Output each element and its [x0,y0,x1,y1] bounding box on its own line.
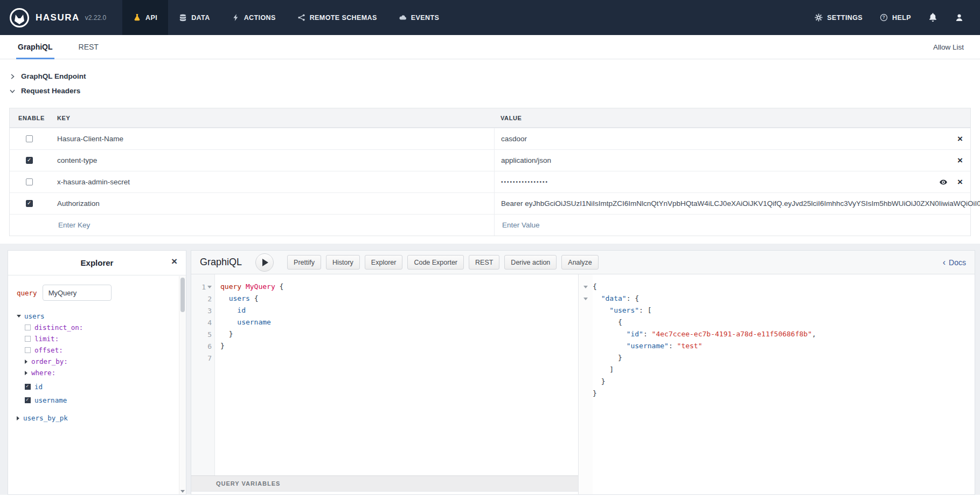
notifications-bell-icon[interactable] [928,13,937,22]
arg-checkbox[interactable] [25,336,31,342]
nav-label: SETTINGS [827,14,863,22]
explorer-header: Explorer × [8,251,186,275]
code-token: { [280,282,284,291]
section-label: Request Headers [21,87,80,95]
scrollbar-thumb[interactable] [180,278,185,312]
header-value[interactable]: Bearer eyJhbGciOiJSUzI1NiIsImtpZCI6ImNlc… [501,199,980,208]
arg-label: where: [31,369,55,377]
code-token: { [254,294,259,302]
header-enable-checkbox[interactable] [26,157,33,164]
nav-right: SETTINGS ? HELP [815,0,980,35]
rest-button[interactable]: REST [469,255,499,270]
explorer-field-users[interactable]: users [17,310,177,322]
code-token: : { [627,294,639,302]
top-navbar: HASURA v2.22.0 API DATA ACTIONS REMOTE S… [0,0,980,35]
fold-caret-icon[interactable] [207,286,212,288]
close-explorer-icon[interactable]: × [171,256,177,266]
nav-item-remote-schemas[interactable]: REMOTE SCHEMAS [287,0,388,35]
brand[interactable]: HASURA v2.22.0 [0,0,122,35]
user-avatar-icon[interactable] [955,13,964,22]
line-number: 7 [207,354,212,362]
operation-name-input[interactable] [43,285,112,301]
field-checkbox[interactable] [25,384,31,390]
header-value[interactable]: application/json [501,156,948,164]
fold-caret-icon[interactable] [583,286,588,288]
line-number-gutter: 1 2 3 4 5 6 7 [191,274,215,475]
header-enable-checkbox[interactable] [26,200,33,207]
explorer-arg-order-by[interactable]: order_by: [25,356,177,367]
history-button[interactable]: History [326,255,360,270]
explorer-field-id[interactable]: id [25,381,177,392]
reveal-value-eye-icon[interactable] [939,178,948,187]
arg-label: distinct_on: [34,323,83,332]
code-token: } [229,330,233,338]
docs-button[interactable]: ‹ Docs [943,258,966,267]
arg-checkbox[interactable] [25,347,31,353]
nav-label: DATA [191,14,210,22]
allow-list-link[interactable]: Allow List [933,43,964,51]
header-enable-checkbox[interactable] [26,135,33,142]
explorer-title: Explorer [81,258,114,267]
tab-rest[interactable]: REST [77,35,100,59]
explorer-arg-offset[interactable]: offset: [25,344,177,356]
derive-action-button[interactable]: Derive action [504,255,557,270]
nav-item-api[interactable]: API [122,0,168,35]
explorer-button[interactable]: Explorer [365,255,403,270]
analyze-button[interactable]: Analyze [561,255,598,270]
code-line: ] [593,364,975,376]
explorer-scrollbar[interactable] [179,276,186,494]
graphiql-title: GraphiQL [200,257,242,268]
arg-checkbox[interactable] [25,325,31,330]
header-value-masked[interactable]: •••••••••••••••• [501,179,929,185]
explorer-arg-limit[interactable]: limit: [25,333,177,344]
graphql-endpoint-toggle[interactable]: GraphQL Endpoint [10,69,980,84]
remove-header-icon[interactable]: × [957,134,963,143]
nav-item-settings[interactable]: SETTINGS [815,13,863,22]
new-header-value-input[interactable] [501,220,940,230]
tab-label: REST [79,43,99,51]
remove-header-icon[interactable]: × [957,156,963,165]
header-key[interactable]: Hasura-Client-Name [48,135,494,143]
explorer-field-users-by-pk[interactable]: users_by_pk [17,412,177,424]
nav-item-data[interactable]: DATA [168,0,220,35]
remove-header-icon[interactable]: × [957,177,963,187]
actions-icon [232,13,240,22]
field-label: id [34,383,43,391]
nav-label: EVENTS [411,14,439,22]
code-token: "4ec7ccee-ec7b-4191-a78d-e11f50686f8b" [652,330,812,338]
explorer-field-username[interactable]: username [25,395,177,406]
explorer-panel: Explorer × query users distinc [8,250,186,495]
query-editor[interactable]: query MyQuery { users { id username }} [215,274,578,475]
nav-item-help[interactable]: ? HELP [880,13,911,22]
code-token: username [237,318,271,326]
execute-query-button[interactable] [255,253,274,272]
new-header-key-input[interactable] [57,220,472,230]
scrollbar-down-arrow-icon[interactable] [180,490,185,493]
caret-right-icon [25,360,27,364]
explorer-arg-where[interactable]: where: [25,367,177,378]
request-headers-toggle[interactable]: Request Headers [10,84,980,98]
brand-name: HASURA [36,12,80,23]
header-enable-checkbox[interactable] [26,178,33,185]
code-token [275,282,280,291]
field-checkbox[interactable] [25,397,31,403]
code-exporter-button[interactable]: Code Exporter [407,255,464,270]
nav-item-actions[interactable]: ACTIONS [221,0,287,35]
prettify-button[interactable]: Prettify [287,255,321,270]
chevron-left-icon: ‹ [943,258,946,267]
fold-caret-icon[interactable] [583,298,588,300]
hasura-console: HASURA v2.22.0 API DATA ACTIONS REMOTE S… [0,0,980,495]
header-value[interactable]: casdoor [501,135,948,143]
tab-graphiql[interactable]: GraphiQL [16,35,54,59]
query-variables-bar[interactable]: QUERY VARIABLES [191,475,578,492]
explorer-arg-distinct-on[interactable]: distinct_on: [25,322,177,333]
code-token: { [593,282,597,291]
code-line: } [593,352,975,364]
query-variables-editor[interactable] [191,492,578,494]
line-number: 4 [207,319,212,327]
code-token: id [237,306,246,314]
header-key[interactable]: Authorization [48,199,494,208]
header-key[interactable]: x-hasura-admin-secret [48,178,494,186]
header-key[interactable]: content-type [48,156,494,164]
nav-item-events[interactable]: EVENTS [388,0,450,35]
